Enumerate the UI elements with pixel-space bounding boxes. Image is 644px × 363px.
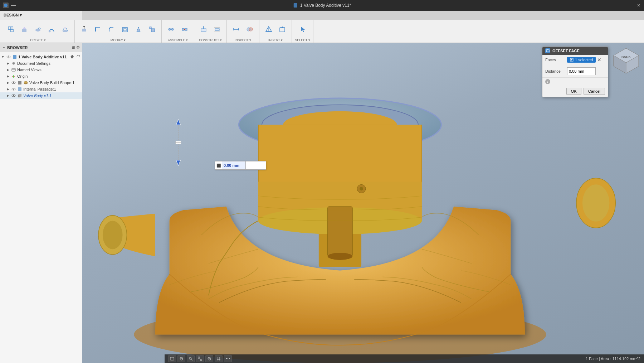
tree-item-internal-passage-label: Internal Passage:1 [23,87,80,91]
tree-item-origin[interactable]: ▶ Origin [0,73,82,79]
nav-cube[interactable]: BACK [612,47,640,75]
browser-expand-icon[interactable]: ⊞ [72,45,75,50]
viewport[interactable]: ⬛ BACK OFFSET FACE [82,43,644,363]
modify-group-label[interactable]: MODIFY ▾ [111,38,126,42]
draft-btn[interactable] [132,23,145,36]
loft-btn[interactable] [59,23,72,36]
svg-rect-19 [123,29,126,31]
dim-extra-input[interactable] [246,161,266,169]
svg-point-88 [360,187,363,190]
status-text: 1 Face | Area : 1114.192 mm^2 [586,357,640,361]
svg-rect-110 [200,359,202,360]
dim-input[interactable] [222,161,245,169]
clear-selection-btn[interactable]: ✕ [597,57,601,62]
window-title: 1 Valve Body Additive v11* [300,3,351,8]
svg-rect-2 [294,3,297,8]
svg-point-60 [13,82,14,83]
svg-point-49 [8,57,9,58]
insert-svg-btn[interactable] [276,23,289,36]
browser-tree: ▼ 1 Valve Body Additive v11 ▶ Document S… [0,52,82,363]
faces-selected-badge: 1 selected [567,57,596,63]
sweep-btn[interactable] [45,23,58,36]
home-icon[interactable] [70,54,74,59]
svg-rect-27 [185,28,187,30]
rigid-joint-btn[interactable] [178,23,191,36]
assemble-group-label[interactable]: ASSEMBLE ▾ [168,38,188,42]
design-button[interactable]: DESIGN ▾ [0,11,82,20]
extrude-btn[interactable] [18,23,31,36]
create-group-label[interactable]: CREATE ▾ [30,38,45,42]
refresh-icon[interactable] [76,54,80,59]
svg-rect-66 [18,87,21,91]
body-icon [23,80,28,85]
zoom-btn[interactable] [187,355,195,362]
svg-rect-21 [151,29,155,32]
tree-item-named-views[interactable]: ▶ Named Views [0,67,82,73]
grid-btn[interactable] [215,355,223,362]
app-icon [3,3,9,8]
chamfer-btn[interactable] [105,23,118,36]
visual-style-btn[interactable] [205,355,213,362]
ok-button[interactable]: OK [566,88,581,95]
offset-plane-btn[interactable] [197,23,210,36]
joint-btn[interactable] [165,23,177,36]
tree-item-root-label: 1 Valve Body Additive v11 [18,55,68,59]
distance-input[interactable] [567,67,596,75]
title-bar: 1 Valve Body Additive v11* ✕ [0,0,644,11]
vis-icon-4[interactable] [11,93,16,98]
svg-line-108 [191,359,193,361]
tree-item-valve-build[interactable]: ▶ Valve Body Build Shape:1 [0,79,82,86]
select-btn[interactable] [296,23,309,36]
svg-point-23 [169,28,171,30]
svg-point-39 [249,28,253,31]
select-group-label[interactable]: SELECT ▾ [295,38,310,42]
body-box-icon [17,80,22,85]
press-pull-btn[interactable] [78,23,91,36]
svg-rect-50 [13,55,16,59]
dim-left-icon: ⬛ [215,164,222,168]
measure-btn[interactable] [230,23,243,36]
svg-point-24 [171,28,174,30]
fit-screen-btn[interactable] [196,355,204,362]
tree-item-internal-passage[interactable]: ▶ Internal Passage:1 [0,86,82,92]
cancel-button[interactable]: Cancel [584,88,605,95]
tree-item-valve-body[interactable]: ▶ Valve Body v1:1 [0,92,82,99]
viewport-controls [168,355,232,362]
origin-icon [11,74,16,79]
svg-marker-47 [3,47,5,48]
insert-group-label[interactable]: INSERT ▾ [268,38,283,42]
dimension-popup[interactable]: ⬛ [215,161,266,170]
browser-settings-icon[interactable]: ⚙ [76,45,80,50]
construct-group-label[interactable]: CONSTRUCT ▾ [199,38,222,42]
svg-rect-22 [150,27,151,29]
display-settings-btn[interactable] [168,355,176,362]
svg-point-107 [189,357,191,359]
insert-mesh-btn[interactable] [262,23,275,36]
new-component-btn[interactable] [4,23,17,36]
svg-marker-46 [301,26,305,32]
select-icon [570,58,574,62]
interference-btn[interactable] [243,23,256,36]
close-icon[interactable]: ✕ [636,3,641,8]
tree-item-doc-settings[interactable]: ▶ Document Settings [0,60,82,67]
faces-value: 1 selected [575,58,593,62]
tree-item-named-views-label: Named Views [17,68,80,72]
midplane-btn[interactable] [211,23,224,36]
tree-item-root[interactable]: ▼ 1 Valve Body Additive v11 [0,54,82,60]
ribbon-group-insert: INSERT ▾ [259,20,292,43]
panel-footer: OK Cancel [542,86,608,97]
svg-marker-90 [176,120,181,125]
vis-icon-2[interactable] [11,80,16,85]
vis-icon-3[interactable] [11,87,16,92]
scale-btn[interactable] [146,23,158,36]
fillet-btn[interactable] [91,23,104,36]
inspect-group-label[interactable]: INSPECT ▾ [235,38,251,42]
revolve-btn[interactable] [31,23,44,36]
doc-icon [12,54,17,59]
file-icon [293,3,298,8]
more-btn[interactable] [224,355,232,362]
orbit-btn[interactable] [177,355,185,362]
visibility-icon[interactable] [6,54,11,59]
collapse-icon[interactable] [2,46,6,49]
shell-btn[interactable] [118,23,131,36]
